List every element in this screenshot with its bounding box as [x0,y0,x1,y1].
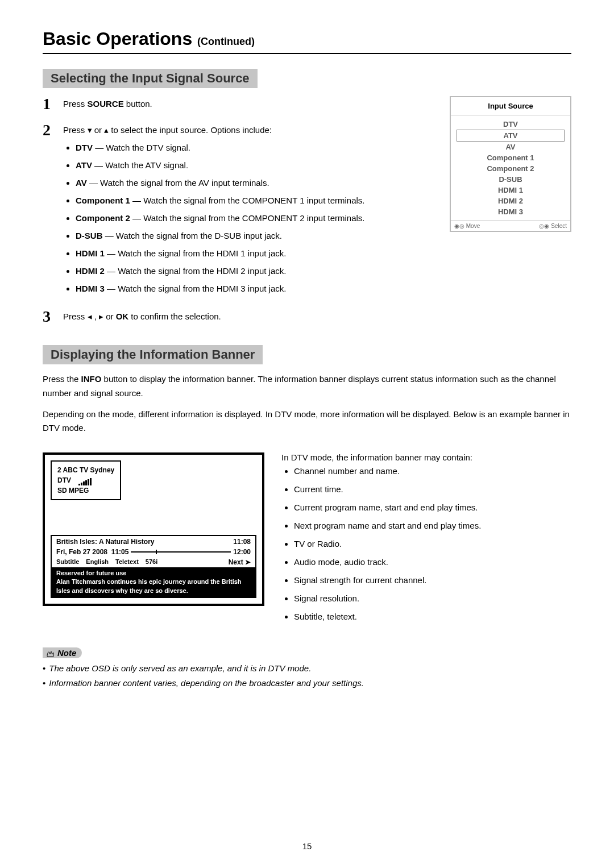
osd-title: Input Source [451,97,570,115]
banner-bottom-box: British Isles: A Natural History11:08 Fr… [51,535,256,598]
osd-item: Component 2 [451,163,570,174]
section-heading-input-source: Selecting the Input Signal Source [43,69,258,88]
note-pill: Note [43,647,82,658]
osd-item: DTV [451,119,570,130]
banner-row: 2 ABC TV Sydney DTV SD MPEG British Isle… [43,452,571,628]
banner-info-lead: In DTV mode, the information banner may … [281,452,571,462]
banner-info-list: Channel number and name. Current time. C… [281,464,571,624]
title-suffix: (Continued) [197,36,255,47]
page-title: Basic Operations (Continued) [43,28,571,49]
osd-item: HDMI 2 [451,196,570,206]
input-options-list: DTV — Watch the DTV signal. ATV — Watch … [63,140,364,296]
info-banner-para-2: Depending on the mode, different informa… [43,408,571,436]
page: Basic Operations (Continued) Selecting t… [0,0,614,868]
info-banner-para-1: Press the INFO button to display the inf… [43,372,571,401]
osd-item: AV [451,142,570,152]
banner-info-column: In DTV mode, the information banner may … [281,452,571,628]
section-heading-info-banner: Displaying the Information Banner [43,345,263,364]
progress-line [131,551,231,553]
osd-item-selected: ATV [457,130,565,142]
title-text: Basic Operations [43,28,192,49]
signal-bars-icon [78,475,92,485]
banner-reserved-area: Reserved for future use Alan Titchmarsh … [52,567,255,597]
banner-top-box: 2 ABC TV Sydney DTV SD MPEG [51,460,121,500]
step-2: 2 Press ▾ or ▴ to select the input sourc… [43,122,432,298]
osd-input-source-panel: Input Source DTV ATV AV Component 1 Comp… [450,96,571,232]
osd-list: DTV ATV AV Component 1 Component 2 D-SUB… [451,115,570,221]
info-banner-figure: 2 ABC TV Sydney DTV SD MPEG British Isle… [43,452,264,606]
steps-column: 1 Press SOURCE button. 2 Press ▾ or ▴ to… [43,96,432,335]
divider [43,53,571,54]
osd-item: HDMI 1 [451,185,570,196]
osd-item: D-SUB [451,174,570,185]
osd-item: Component 1 [451,152,570,163]
page-number: 15 [0,841,614,851]
step-3: 3 Press ◂ , ▸ or OK to confirm the selec… [43,309,432,325]
hand-icon [45,649,54,658]
input-source-row: 1 Press SOURCE button. 2 Press ▾ or ▴ to… [43,96,571,335]
steps-list: 1 Press SOURCE button. 2 Press ▾ or ▴ to… [43,96,432,325]
note-list: The above OSD is only served as an examp… [43,662,571,690]
osd-item: HDMI 3 [451,206,570,217]
step-1: 1 Press SOURCE button. [43,96,432,112]
osd-footer: ◉◎ Move ◎◉ Select [451,221,570,231]
